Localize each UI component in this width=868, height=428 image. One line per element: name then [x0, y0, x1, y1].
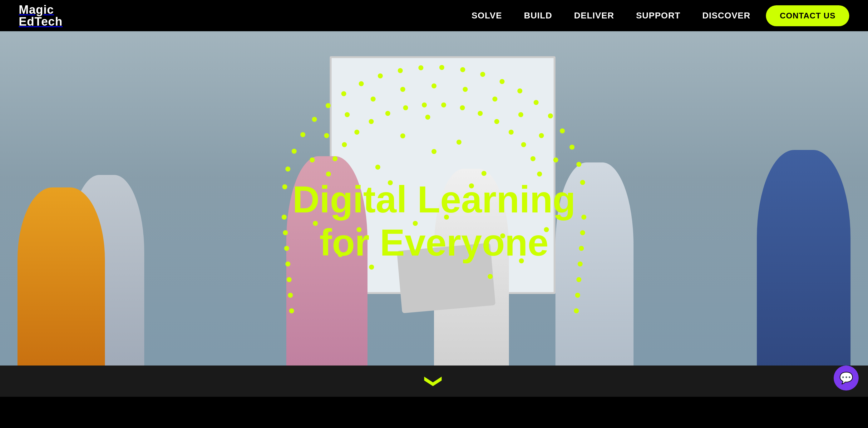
accent-dot [460, 105, 465, 110]
accent-dot [537, 172, 542, 176]
accent-dot [310, 158, 315, 163]
nav-item-support[interactable]: SUPPORT [636, 10, 680, 21]
accent-dot [482, 171, 487, 176]
accent-dot [534, 100, 538, 105]
contact-us-button[interactable]: CONTACT US [766, 5, 849, 26]
accent-dot [375, 165, 380, 170]
accent-dot [342, 142, 347, 147]
accent-dot [425, 115, 430, 120]
accent-dot [578, 261, 583, 266]
nav-links: SOLVE BUILD DELIVER SUPPORT DISCOVER [471, 10, 750, 21]
accent-dot [574, 308, 579, 313]
accent-dot [457, 140, 462, 145]
accent-dot [579, 246, 584, 251]
accent-dot [289, 308, 294, 313]
logo[interactable]: Magic EdTech [19, 4, 62, 28]
nav-link-discover[interactable]: DISCOVER [702, 10, 750, 20]
accent-dot [359, 81, 364, 86]
accent-dot [521, 142, 526, 147]
accent-dot [369, 119, 374, 124]
accent-dot [300, 132, 305, 137]
accent-dot [577, 277, 581, 282]
accent-dot [291, 149, 297, 154]
accent-dot [324, 133, 329, 138]
accent-dot [369, 265, 374, 269]
logo-magic: Magic [19, 4, 62, 16]
accent-dot [341, 91, 346, 96]
accent-dot [480, 72, 485, 77]
accent-dot [333, 156, 338, 161]
accent-dot [418, 65, 423, 70]
accent-dot [345, 112, 350, 117]
accent-dot [569, 145, 575, 150]
child-figure-1 [18, 188, 105, 369]
chat-icon: 💬 [839, 371, 853, 384]
accent-dot [575, 293, 580, 298]
accent-dot [371, 96, 376, 102]
accent-dot [422, 103, 427, 108]
accent-dot [441, 103, 446, 108]
accent-dot [460, 67, 465, 72]
accent-dot [580, 180, 585, 185]
nav-item-deliver[interactable]: DELIVER [574, 10, 614, 21]
accent-dot [581, 215, 586, 220]
accent-dot [283, 230, 288, 235]
accent-dot [577, 162, 581, 167]
accent-dot [517, 88, 522, 93]
accent-dot [354, 130, 360, 135]
accent-dot [385, 111, 390, 116]
accent-dot [508, 130, 514, 135]
accent-dot [478, 111, 483, 116]
accent-dot [494, 119, 499, 124]
accent-dot [403, 105, 408, 110]
accent-dot [288, 293, 293, 298]
accent-dot [282, 184, 287, 189]
accent-dot [326, 103, 331, 108]
nav-link-build[interactable]: BUILD [524, 10, 552, 20]
accent-dot [378, 74, 383, 78]
child-figure-6 [757, 150, 850, 369]
accent-dot [285, 167, 290, 172]
accent-dot [488, 274, 493, 279]
accent-dot [580, 230, 585, 235]
hero-title-line2: for Everyone [319, 222, 549, 263]
scroll-down-button[interactable]: ❯ [427, 372, 441, 390]
hero-text: Digital Learning for Everyone [292, 178, 576, 264]
accent-dot [439, 65, 444, 70]
bottom-bar: ❯ [0, 366, 868, 397]
accent-dot [548, 113, 553, 118]
nav-link-support[interactable]: SUPPORT [636, 10, 680, 20]
accent-dot [530, 156, 535, 161]
accent-dot [400, 87, 405, 92]
hero-title-line1: Digital Learning [292, 178, 576, 220]
accent-dot [553, 158, 558, 163]
accent-dot [463, 87, 468, 92]
accent-dot [400, 134, 405, 138]
accent-dot [518, 112, 523, 117]
accent-dot [500, 79, 504, 84]
accent-dot [287, 277, 291, 282]
nav-item-build[interactable]: BUILD [524, 10, 552, 21]
accent-dot [326, 172, 331, 176]
hero-title: Digital Learning for Everyone [292, 178, 576, 264]
accent-dot [432, 149, 436, 154]
accent-dot [284, 246, 289, 251]
accent-dot [432, 83, 436, 88]
nav-link-solve[interactable]: SOLVE [471, 10, 502, 20]
nav-item-discover[interactable]: DISCOVER [702, 10, 750, 21]
accent-dot [560, 129, 565, 134]
chat-widget[interactable]: 💬 [834, 366, 859, 391]
nav-link-deliver[interactable]: DELIVER [574, 10, 614, 20]
accent-dot [285, 261, 290, 266]
accent-dot [492, 96, 497, 102]
logo-edtech: EdTech [19, 16, 62, 28]
nav-item-solve[interactable]: SOLVE [471, 10, 502, 21]
accent-dot [398, 68, 403, 73]
navbar: Magic EdTech SOLVE BUILD DELIVER SUPPORT… [0, 0, 868, 31]
chevron-down-icon: ❯ [425, 374, 443, 389]
accent-dot [312, 117, 317, 122]
accent-dot [539, 133, 544, 138]
hero-section: Digital Learning for Everyone ❯ 💬 [0, 31, 868, 397]
accent-dot [282, 215, 287, 220]
